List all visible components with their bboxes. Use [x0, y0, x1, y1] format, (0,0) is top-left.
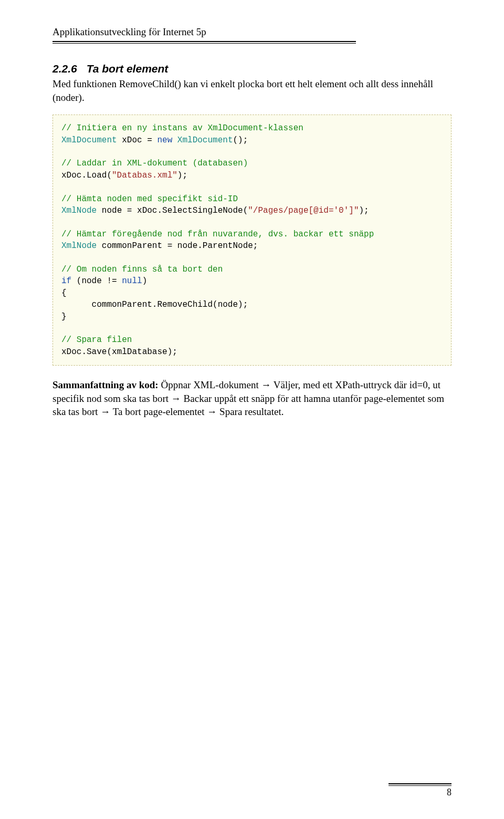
code-line: // Hämta noden med specifikt sid-ID — [61, 194, 238, 204]
section-intro: Med funktionen RemoveChild() kan vi enke… — [52, 77, 452, 104]
code-token: XmlDocument — [177, 136, 233, 145]
header-rule — [52, 41, 356, 44]
code-token: (node != — [71, 276, 122, 286]
code-line: // Hämtar föregående nod från nuvarande,… — [61, 230, 374, 239]
code-token: "Databas.xml" — [112, 171, 177, 180]
code-line: xDoc.Save(xmlDatabase); — [61, 347, 177, 357]
code-line: // Spara filen — [61, 335, 132, 345]
section-title: Ta bort element — [87, 63, 169, 75]
code-token: commonParent = node.ParentNode; — [97, 241, 258, 251]
code-token: xDoc = — [117, 136, 158, 145]
code-token: XmlNode — [61, 206, 97, 215]
code-token: node = xDoc.SelectSingleNode( — [97, 206, 248, 215]
code-token: new — [157, 136, 172, 145]
code-line: // Initiera en ny instans av XmlDocument… — [61, 123, 303, 133]
arrow-icon: → — [261, 379, 271, 390]
section-number: 2.2.6 — [52, 63, 77, 75]
summary-text: Öppnar XML-dokument — [159, 379, 261, 390]
arrow-icon: → — [100, 406, 110, 417]
summary-label: Sammanfattning av kod: — [52, 379, 159, 390]
code-token: "/Pages/page[@id='0']" — [248, 206, 359, 215]
code-token: ); — [359, 206, 369, 215]
code-line: } — [61, 312, 67, 322]
running-header: Applikationsutveckling för Internet 5p — [52, 26, 452, 38]
code-block: // Initiera en ny instans av XmlDocument… — [52, 115, 452, 366]
page: Applikationsutveckling för Internet 5p 2… — [0, 0, 504, 819]
code-line: // Laddar in XML-dokument (databasen) — [61, 159, 248, 168]
arrow-icon: → — [171, 393, 181, 404]
code-line: commonParent.RemoveChild(node); — [61, 300, 248, 309]
section-heading: 2.2.6 Ta bort element — [52, 63, 452, 75]
code-token: null — [122, 276, 142, 286]
code-token: xDoc.Load( — [61, 171, 112, 180]
code-token: if — [61, 276, 71, 286]
code-line: // Om noden finns så ta bort den — [61, 265, 223, 274]
arrow-icon: → — [207, 406, 217, 417]
summary-paragraph: Sammanfattning av kod: Öppnar XML-dokume… — [52, 378, 452, 419]
code-line: { — [61, 288, 67, 298]
page-number: 8 — [388, 787, 452, 798]
code-token: XmlNode — [61, 241, 97, 251]
code-token: XmlDocument — [61, 136, 117, 145]
code-token: ) — [142, 276, 148, 286]
summary-text: Ta bort page-elementet — [110, 406, 207, 417]
code-token: (); — [233, 136, 248, 145]
code-token: ); — [177, 171, 187, 180]
summary-text: Spara resultatet. — [217, 406, 284, 417]
page-footer: 8 — [388, 783, 452, 798]
footer-rule — [388, 783, 452, 786]
